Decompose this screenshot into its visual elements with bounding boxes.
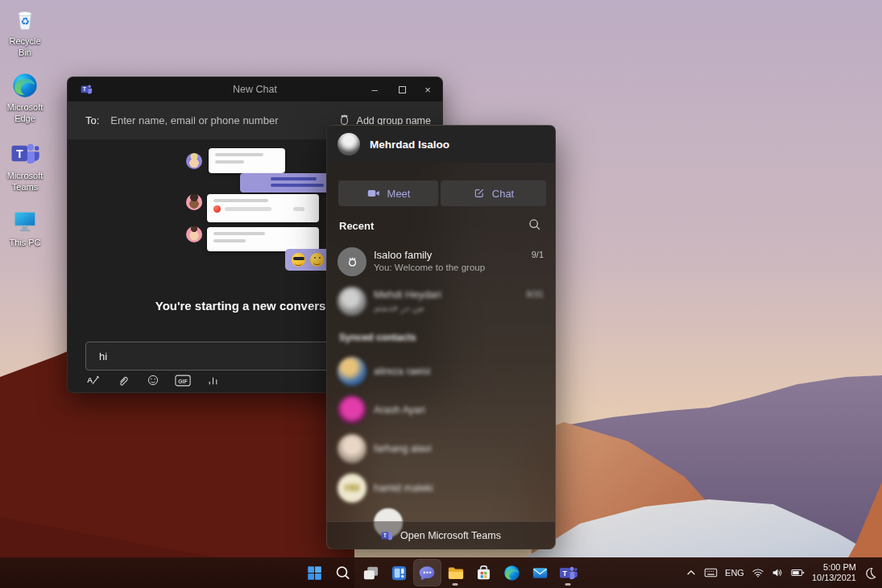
windows-start-icon [305, 564, 324, 582]
contact-avatar [337, 434, 366, 463]
recent-section-label: Recent [339, 220, 374, 232]
avatar [186, 153, 202, 169]
desktop-icon-label: Microsoft Edge [2, 102, 48, 125]
store-button[interactable] [470, 559, 498, 586]
teams-icon: T [559, 564, 578, 582]
desktop-icon-label: Recycle Bin [2, 36, 48, 59]
format-button[interactable]: A [85, 373, 101, 387]
store-icon [474, 564, 493, 582]
keyboard-icon [704, 567, 718, 578]
avatar [186, 194, 202, 210]
wifi-button[interactable] [752, 567, 764, 578]
edge-button[interactable] [498, 559, 526, 586]
message-bubble [209, 148, 285, 173]
gif-button[interactable]: GIF [175, 373, 191, 387]
group-avatar [337, 247, 366, 276]
teams-flyout-panel: Mehrdad Isaloo Meet Chat Recent [326, 125, 556, 549]
teams-logo-icon: T [81, 83, 93, 96]
speaker-icon [772, 567, 784, 578]
chat-time: 9/1 [532, 250, 544, 259]
contact-name: Arash Ayari [374, 404, 425, 416]
minimize-button[interactable]: – [360, 77, 389, 101]
contact-avatar [337, 287, 366, 316]
initials-avatar: HM [337, 474, 366, 503]
svg-text:T: T [16, 147, 23, 160]
attach-button[interactable] [115, 373, 131, 387]
tray-date: 10/13/2021 [812, 573, 856, 583]
teams-button[interactable]: T [554, 559, 582, 586]
mail-button[interactable] [526, 559, 554, 586]
contact-name: Mehrdad Isaloo [370, 139, 449, 151]
widgets-button[interactable] [385, 559, 413, 586]
svg-text:T: T [562, 569, 567, 577]
desktop-icon-teams[interactable]: T Microsoft Teams [2, 139, 48, 193]
chat-button[interactable]: Chat [441, 180, 546, 206]
svg-text:GIF: GIF [178, 378, 187, 383]
meet-button[interactable]: Meet [338, 180, 438, 206]
to-label: To: [85, 114, 99, 126]
chat-name: Isaloo family [374, 249, 432, 261]
avatar-initials: HM [345, 482, 360, 494]
file-explorer-icon [446, 564, 465, 582]
moon-icon [863, 566, 877, 580]
running-indicator [453, 583, 458, 586]
svg-text:T: T [383, 532, 387, 538]
chat-button[interactable] [413, 559, 441, 586]
battery-button[interactable] [791, 568, 805, 578]
chat-time: 8/31 [527, 289, 544, 299]
search-icon [528, 217, 542, 232]
contact-name: farhang alavi [374, 443, 432, 454]
message-input-value: hi [99, 350, 107, 362]
sunglasses-emoji [292, 253, 305, 267]
svg-text:T: T [83, 86, 86, 92]
chevron-up-icon [685, 567, 697, 578]
search-icon [333, 564, 352, 582]
teams-icon: T [10, 139, 40, 169]
desktop-icon-edge[interactable]: Microsoft Edge [2, 70, 48, 125]
touch-keyboard-button[interactable] [704, 567, 718, 578]
svg-text:♻: ♻ [20, 15, 29, 27]
contact-row[interactable]: Arash Ayari [327, 395, 555, 434]
svg-text:A: A [87, 375, 93, 384]
contact-avatar [337, 357, 366, 386]
desktop-icon-recycle-bin[interactable]: ♻ Recycle Bin [2, 4, 48, 59]
recipient-input[interactable]: Enter name, email or phone number [110, 114, 337, 126]
system-tray: ENG [685, 557, 877, 588]
search-button[interactable] [329, 559, 357, 586]
group-icon [345, 255, 360, 270]
chat-preview: من در خدمتم [374, 302, 424, 313]
chat-name: Mehdi Heydari [374, 288, 441, 300]
emoji-button[interactable] [145, 373, 161, 387]
message-bubble-sent [240, 173, 329, 193]
smiley-emoji [310, 253, 324, 267]
contact-avatar [337, 133, 360, 155]
synced-contacts-label: Synced contacts [339, 332, 416, 343]
video-camera-icon [366, 186, 381, 201]
start-button[interactable] [300, 559, 329, 586]
desktop-icon-label: This PC [9, 238, 40, 249]
screen: ♻ Recycle Bin Microsoft Edge [0, 0, 882, 588]
contact-row[interactable]: alireza raeisi [327, 357, 555, 395]
fruit-emoji [213, 205, 221, 213]
recent-chat-row[interactable]: Mehdi Heydari من در خدمتم 8/31 [327, 283, 555, 323]
clock[interactable]: 5:00 PM 10/13/2021 [812, 562, 856, 583]
teams-logo-icon: T [381, 529, 394, 542]
file-explorer-button[interactable] [441, 559, 470, 586]
language-indicator[interactable]: ENG [725, 568, 744, 578]
running-indicator [565, 583, 571, 586]
task-view-icon [362, 564, 380, 582]
task-view-button[interactable] [357, 559, 385, 586]
mail-icon [531, 564, 549, 582]
search-button[interactable] [528, 217, 542, 232]
recent-chat-row[interactable]: Isaloo family You: Welcome to the group … [327, 243, 555, 284]
maximize-button[interactable] [387, 77, 416, 101]
close-button[interactable]: × [413, 77, 442, 101]
volume-button[interactable] [772, 567, 784, 578]
poll-button[interactable] [205, 373, 221, 387]
tray-chevron-up[interactable] [685, 567, 697, 578]
contact-row[interactable]: HM hamid maleki [327, 474, 555, 512]
contact-row[interactable]: farhang alavi [327, 434, 555, 473]
desktop-icon-this-pc[interactable]: This PC [2, 205, 48, 249]
open-teams-button[interactable]: T Open Microsoft Teams [327, 521, 555, 549]
focus-assist-button[interactable] [863, 566, 877, 580]
